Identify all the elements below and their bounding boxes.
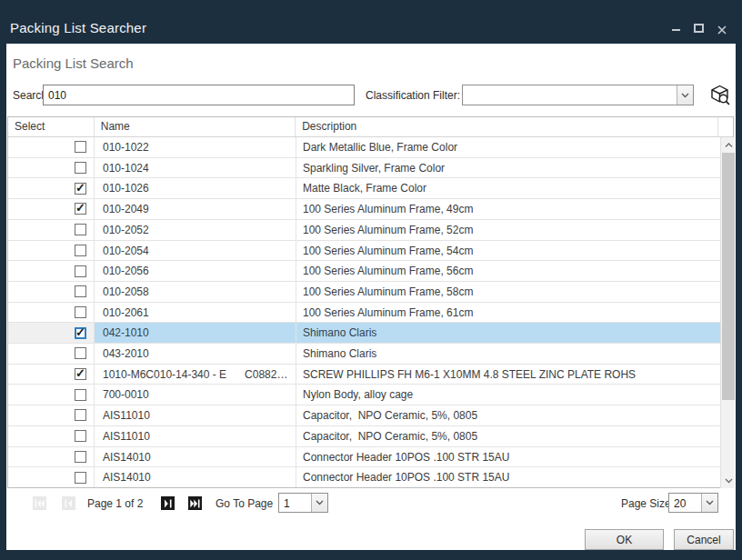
- row-description: Matte Black, Frame Color: [296, 178, 720, 198]
- results-table: Select Name Description 010-1022 Dark Me…: [7, 116, 734, 488]
- table-row[interactable]: 1010-M6C010-14-340 - E C0882… SCREW PHIL…: [8, 365, 720, 385]
- row-description: Capacitor, NPO Ceramic, 5%, 0805: [296, 426, 720, 446]
- classification-filter-label: Classification Filter:: [366, 89, 460, 102]
- row-checkbox[interactable]: [75, 327, 86, 339]
- row-name: AIS14010: [95, 467, 296, 487]
- row-name: 042-1010: [95, 323, 296, 343]
- page-size-dropdown[interactable]: 20: [668, 493, 718, 513]
- row-description: 100 Series Aluminum Frame, 61cm: [296, 303, 720, 323]
- last-page-button[interactable]: [188, 496, 202, 510]
- go-to-page-dropdown[interactable]: 1: [278, 493, 328, 513]
- page-status: Page 1 of 2: [87, 497, 143, 510]
- row-checkbox[interactable]: [75, 409, 86, 421]
- row-description: 100 Series Aluminum Frame, 52cm: [296, 220, 720, 240]
- table-row[interactable]: 010-2049 100 Series Aluminum Frame, 49cm: [8, 199, 720, 220]
- row-description: Shimano Claris: [296, 323, 720, 343]
- first-page-button: [33, 496, 46, 510]
- previous-page-icon: [65, 499, 73, 508]
- classification-filter-dropdown[interactable]: [462, 85, 694, 105]
- row-name: 010-1022: [95, 137, 296, 157]
- table-row[interactable]: AIS11010 Capacitor, NPO Ceramic, 5%, 080…: [8, 405, 720, 426]
- table-row[interactable]: AIS11010 Capacitor, NPO Ceramic, 5%, 080…: [8, 426, 720, 447]
- go-to-page-value: 1: [279, 494, 311, 512]
- select-cell: [8, 323, 95, 343]
- table-row[interactable]: 043-2010 Shimano Claris: [8, 344, 720, 365]
- row-checkbox[interactable]: [75, 472, 86, 484]
- scroll-up-icon: [725, 143, 733, 148]
- maximize-button[interactable]: [694, 23, 705, 34]
- column-header-select[interactable]: Select: [8, 117, 95, 136]
- classification-filter-dropdown-button[interactable]: [677, 85, 693, 105]
- row-checkbox[interactable]: [75, 141, 86, 153]
- table-row[interactable]: 010-1026 Matte Black, Frame Color: [8, 178, 720, 199]
- select-cell: [8, 447, 95, 467]
- select-cell: [8, 261, 95, 281]
- table-row[interactable]: 010-2052 100 Series Aluminum Frame, 52cm: [8, 220, 720, 241]
- scrollbar-thumb[interactable]: [722, 153, 735, 400]
- next-page-button[interactable]: [161, 496, 175, 510]
- chevron-down-icon: [706, 500, 714, 505]
- page-size-dropdown-button[interactable]: [701, 494, 717, 512]
- cube-search-icon: [708, 84, 731, 106]
- ok-button[interactable]: OK: [585, 529, 664, 550]
- column-header-stub: [718, 117, 733, 136]
- classification-filter-value: [463, 85, 677, 105]
- row-checkbox[interactable]: [75, 389, 86, 401]
- row-checkbox[interactable]: [75, 203, 86, 215]
- row-checkbox[interactable]: [75, 183, 86, 195]
- row-checkbox[interactable]: [75, 245, 86, 256]
- table-row[interactable]: 010-1022 Dark Metallic Blue, Frame Color: [8, 137, 720, 158]
- select-cell: [8, 282, 95, 302]
- row-description: Connector Header 10POS .100 STR 15AU: [296, 467, 720, 487]
- row-checkbox[interactable]: [75, 265, 86, 277]
- select-cell: [8, 365, 95, 385]
- search-input[interactable]: [43, 85, 355, 105]
- table-row[interactable]: AIS14010 Connector Header 10POS .100 STR…: [8, 447, 720, 468]
- cancel-button[interactable]: Cancel: [674, 529, 734, 550]
- table-row[interactable]: 010-2054 100 Series Aluminum Frame, 54cm: [8, 241, 720, 262]
- scroll-up-button[interactable]: [721, 137, 736, 153]
- scroll-down-button[interactable]: [721, 473, 736, 488]
- row-checkbox[interactable]: [75, 430, 86, 442]
- row-description: Shimano Claris: [296, 344, 720, 364]
- next-page-icon: [164, 499, 172, 508]
- page-size-value: 20: [669, 494, 701, 512]
- row-description: 100 Series Aluminum Frame, 58cm: [296, 282, 720, 302]
- select-cell: [8, 467, 95, 487]
- first-page-icon: [35, 499, 45, 508]
- table-row[interactable]: 010-2056 100 Series Aluminum Frame, 56cm: [8, 261, 720, 282]
- classification-browse-button[interactable]: [707, 82, 732, 107]
- table-row[interactable]: 042-1010 Shimano Claris: [8, 323, 720, 344]
- minimize-button[interactable]: [671, 23, 682, 34]
- row-checkbox[interactable]: [75, 224, 86, 235]
- table-row[interactable]: 700-0010 Nylon Body, alloy cage: [8, 385, 720, 405]
- column-header-description[interactable]: Description: [296, 117, 718, 136]
- row-name: 010-1024: [95, 158, 296, 178]
- row-checkbox[interactable]: [75, 451, 86, 463]
- close-button[interactable]: [717, 23, 727, 34]
- row-name: 043-2010: [95, 344, 296, 364]
- row-name: 700-0010: [95, 385, 296, 405]
- row-checkbox[interactable]: [75, 306, 86, 318]
- column-header-name[interactable]: Name: [95, 117, 296, 136]
- select-cell: [8, 220, 95, 240]
- row-checkbox[interactable]: [75, 162, 86, 174]
- row-checkbox[interactable]: [75, 285, 86, 297]
- window-controls: [671, 23, 727, 34]
- table-row[interactable]: 010-2061 100 Series Aluminum Frame, 61cm: [8, 303, 720, 324]
- row-name: 010-2049: [95, 199, 296, 219]
- row-checkbox[interactable]: [75, 347, 86, 359]
- table-row[interactable]: 010-2058 100 Series Aluminum Frame, 58cm: [8, 282, 720, 303]
- row-description: Dark Metallic Blue, Frame Color: [296, 137, 720, 157]
- last-page-icon: [190, 499, 200, 508]
- go-to-page-label: Go To Page: [216, 497, 273, 510]
- table-row[interactable]: AIS14010 Connector Header 10POS .100 STR…: [8, 467, 720, 487]
- select-cell: [8, 178, 95, 198]
- row-name: AIS14010: [95, 447, 296, 467]
- table-row[interactable]: 010-1024 Sparkling Silver, Frame Color: [8, 158, 720, 179]
- go-to-page-dropdown-button[interactable]: [311, 494, 327, 512]
- select-cell: [8, 426, 95, 446]
- row-checkbox[interactable]: [75, 368, 86, 380]
- vertical-scrollbar[interactable]: [720, 137, 735, 488]
- row-description: Nylon Body, alloy cage: [296, 385, 720, 405]
